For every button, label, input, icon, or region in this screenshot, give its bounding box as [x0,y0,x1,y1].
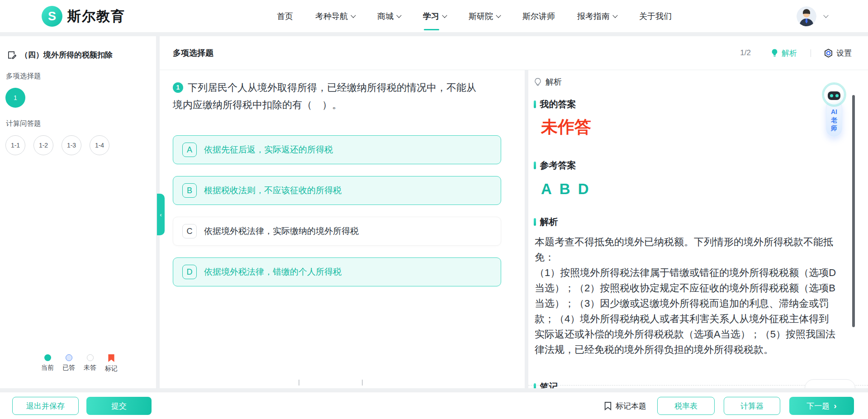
legend-current: 当前 [39,354,56,373]
answer-letter: A [541,181,552,198]
legend-answered: 已答 [60,354,77,373]
option-text: 依据境外税法律，错缴的个人所得税 [204,266,342,278]
nav-label: 学习 [423,11,439,22]
question-number-button[interactable]: 1-1 [5,135,25,155]
options-list: A 依据先征后返，实际返还的所得税 B 根据税收法则，不应该征收的所得税 C 依… [173,135,501,286]
scrollbar-thumb[interactable] [852,95,855,327]
ai-teacher-pill: AI老师 [826,100,842,137]
status-legend: 当前 已答 未答 标记 [39,354,120,373]
question-stem: 1下列居民个人从境外取得所得，已经缴纳所得税的情况中，不能从境内应缴纳所得税中扣… [173,79,480,114]
analysis-toggle-label: 解析 [782,48,797,58]
navbar: S 斯尔教育 首页 考种导航 商城 学习 斯研院 斯尔讲师 报考指南 关于我们 [0,0,868,33]
legend-marked: 标记 [103,354,120,373]
chapter-title: （四）境外所得的税额扣除 [0,36,156,60]
section-label-calculation: 计算问答题 [6,119,156,129]
legend-label: 已答 [62,364,75,372]
question-number-button[interactable]: 1 [5,88,25,108]
analysis-toggle-button[interactable]: 解析 [771,48,797,58]
reference-answer-header: 参考答案 [534,159,868,171]
analysis-panel: 解析 我的答案 未作答 参考答案 A B D 解析 本题考查不得抵免的境外已纳税… [528,70,868,388]
lightbulb-outline-icon [534,77,542,87]
exit-and-save-button[interactable]: 退出并保存 [12,397,79,415]
question-text: 下列居民个人从境外取得所得，已经缴纳所得税的情况中，不能从境内应缴纳所得税中扣除… [173,82,476,110]
brand-logo[interactable]: S 斯尔教育 [42,0,125,33]
chevron-down-icon [396,13,401,18]
chevron-down-icon [823,13,828,18]
bookmark-outline-icon [604,402,612,410]
divider [811,49,811,57]
mark-question-button[interactable]: 标记本题 [604,401,646,411]
nav-label: 报考指南 [577,11,610,22]
next-question-label: 下一题 [806,401,830,411]
nav-label: 考种导航 [315,11,348,22]
settings-button[interactable]: 设置 [824,48,852,58]
question-number-button[interactable]: 1-2 [33,135,53,155]
analysis-panel-title-text: 解析 [545,76,562,87]
nav-item-study[interactable]: 学习 [423,0,446,33]
user-menu[interactable] [797,0,828,33]
ai-robot-icon [823,84,845,105]
option-text: 依据境外税法律，实际缴纳的境外所得税 [204,225,359,237]
option-letter: C [182,224,197,238]
nav-item-institute[interactable]: 斯研院 [469,0,500,33]
main-nav: 首页 考种导航 商城 学习 斯研院 斯尔讲师 报考指南 关于我们 [277,0,672,33]
tax-rate-table-button[interactable]: 税率表 [657,397,715,415]
answered-dot-icon [66,354,72,361]
option-c[interactable]: C 依据境外税法律，实际缴纳的境外所得税 [173,217,501,246]
next-question-button[interactable]: 下一题 › [789,397,854,415]
ai-teacher-button[interactable]: AI老师 [823,84,845,137]
add-note-button[interactable] [805,379,855,388]
brand-logo-letter: S [48,10,56,24]
nav-item-exam-guide[interactable]: 考种导航 [315,0,355,33]
ai-robot-face [828,91,840,100]
option-d[interactable]: D 依据境外税法律，错缴的个人所得税 [173,257,501,286]
nav-item-lecturers[interactable]: 斯尔讲师 [522,0,555,33]
option-a[interactable]: A 依据先征后返，实际返还的所得税 [173,135,501,164]
submit-button[interactable]: 提交 [86,397,152,415]
nav-item-registration-guide[interactable]: 报考指南 [577,0,617,33]
answer-letter: B [560,181,570,198]
gear-icon [824,48,833,58]
question-number-button[interactable]: 1-4 [90,135,109,155]
section-label-multiple-choice: 多项选择题 [6,71,156,81]
chevron-down-icon [442,13,447,18]
analysis-panel-title: 解析 [534,76,868,87]
section-bar [534,218,536,226]
panel-resize-tick [299,380,299,386]
my-answer-label: 我的答案 [540,98,576,110]
sidebar-collapse-button[interactable]: ‹ [157,194,165,235]
chapter-title-text: （四）境外所得的税额扣除 [20,50,113,60]
collapse-chevron-icon: ‹ [160,211,161,218]
question-number-button[interactable]: 1-3 [62,135,81,155]
lightbulb-icon [771,48,778,57]
nav-item-about-us[interactable]: 关于我们 [639,0,672,33]
option-letter: D [182,265,197,279]
nav-label: 关于我们 [639,11,672,22]
option-b[interactable]: B 根据税收法则，不应该征收的所得税 [173,176,501,205]
legend-label: 标记 [105,365,118,373]
question-number-badge: 1 [173,82,183,93]
my-answer-value: 未作答 [541,116,868,138]
content-area: 多项选择题 1/2 解析 设置 [160,36,868,388]
avatar [797,6,816,26]
question-type-label: 多项选择题 [173,48,213,58]
progress-indicator: 1/2 [740,48,751,57]
chevron-down-icon [496,13,501,18]
nav-item-mall[interactable]: 商城 [377,0,401,33]
brand-logo-icon: S [42,6,62,27]
nav-label: 首页 [277,11,293,22]
chevron-down-icon [351,13,356,18]
reference-answer-value: A B D [541,181,868,198]
calculator-button[interactable]: 计算器 [724,397,780,415]
nav-item-home[interactable]: 首页 [277,0,293,33]
notes-header: 笔记 [534,381,558,388]
section-bar [534,162,536,169]
footer-bar: 退出并保存 提交 标记本题 税率表 计算器 下一题 › [0,392,868,419]
option-text: 依据先征后返，实际返还的所得税 [204,144,333,156]
chevron-down-icon [612,13,617,18]
answer-letter: D [578,181,589,198]
analysis-section-label: 解析 [540,216,558,228]
option-letter: A [182,143,197,157]
legend-label: 当前 [41,364,54,372]
option-text: 根据税收法则，不应该征收的所得税 [204,185,342,196]
